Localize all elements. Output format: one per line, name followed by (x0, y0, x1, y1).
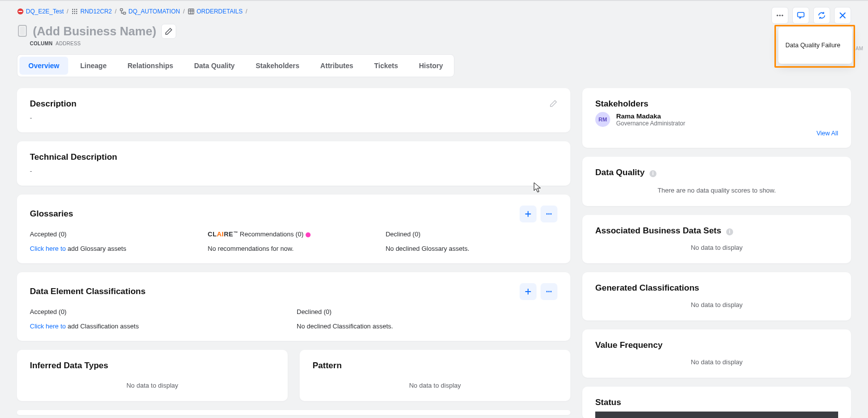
gen-class-body: No data to display (595, 297, 838, 310)
description-title: Description (30, 99, 77, 109)
schema-icon (119, 8, 126, 15)
glossary-recs-label: CLAIRE™ Recommendations (0) (208, 230, 379, 238)
comments-button[interactable] (792, 7, 809, 24)
svg-point-11 (76, 11, 77, 12)
glossary-declined-body: No declined Glossary assets. (386, 245, 557, 252)
classification-declined-label: Declined (0) (297, 308, 557, 315)
inferred-title: Inferred Data Types (30, 361, 275, 371)
assoc-sets-title: Associated Business Data Sets (595, 226, 721, 235)
tab-overview[interactable]: Overview (19, 57, 68, 75)
pattern-body: No data to display (313, 378, 557, 390)
add-glossary-link[interactable]: Click here to (30, 245, 66, 252)
stakeholders-card: Stakeholders RM Rama Madaka Governance A… (582, 88, 851, 148)
technical-description-title: Technical Description (30, 152, 117, 162)
svg-point-25 (550, 291, 552, 293)
status-title: Status (595, 398, 838, 408)
pattern-title: Pattern (313, 361, 557, 371)
breadcrumb-item-3[interactable]: ORDERDETAILS (197, 8, 242, 15)
svg-rect-17 (189, 9, 194, 14)
refresh-button[interactable] (813, 7, 830, 24)
tab-data-quality[interactable]: Data Quality (185, 57, 244, 75)
claire-brand: CLAIRE™ (208, 230, 238, 238)
data-quality-body: There are no data quality scores to show… (595, 183, 838, 195)
close-icon (838, 11, 847, 20)
breadcrumb: DQ_E2E_Test / RND12CR2 / DQ_AUTOMATION / (17, 1, 851, 19)
add-glossary-button[interactable] (520, 206, 537, 222)
breadcrumb-item-0[interactable]: DQ_E2E_Test (26, 8, 64, 15)
classification-accepted-label: Accepted (0) (30, 308, 291, 315)
info-icon[interactable]: i (650, 170, 656, 177)
edit-description-button[interactable] (549, 100, 557, 109)
classification-more-button[interactable] (541, 283, 557, 300)
tab-lineage[interactable]: Lineage (71, 57, 115, 75)
page-title: (Add Business Name) (33, 24, 156, 38)
description-card: Description - (17, 88, 570, 132)
inferred-body: No data to display (30, 378, 275, 390)
svg-point-22 (550, 213, 552, 215)
tab-strip: Overview Lineage Relationships Data Qual… (17, 54, 454, 77)
value-freq-body: No data to display (595, 354, 838, 367)
timestamp-fragment: AM (856, 46, 863, 51)
close-button[interactable] (834, 7, 851, 24)
svg-rect-16 (123, 12, 126, 14)
asset-name-value: ADDRESS (56, 41, 81, 46)
more-horizontal-icon (545, 210, 553, 218)
more-actions-button[interactable] (771, 7, 788, 24)
stakeholders-title: Stakeholders (595, 99, 838, 109)
svg-point-8 (76, 9, 77, 10)
svg-point-10 (74, 11, 75, 12)
tab-relationships[interactable]: Relationships (118, 57, 182, 75)
description-body: - (30, 114, 557, 121)
notification-text: Data Quality Failure (785, 42, 840, 49)
svg-point-13 (74, 13, 75, 14)
view-all-link[interactable]: View All (595, 130, 838, 137)
glossary-declined-label: Declined (0) (386, 230, 557, 238)
stakeholder-role: Governance Administrator (616, 120, 685, 127)
status-card: Status (582, 387, 851, 418)
tab-attributes[interactable]: Attributes (312, 57, 362, 75)
svg-rect-19 (20, 27, 24, 34)
classifications-title: Data Element Classifications (30, 287, 145, 297)
tab-stakeholders[interactable]: Stakeholders (247, 57, 309, 75)
notification-toast[interactable]: Data Quality Failure (778, 27, 852, 64)
stakeholder-row: RM Rama Madaka Governance Administrator (595, 112, 838, 127)
svg-point-14 (76, 13, 77, 14)
breadcrumb-item-2[interactable]: DQ_AUTOMATION (128, 8, 180, 15)
value-freq-title: Value Frequency (595, 340, 838, 350)
data-quality-title: Data Quality (595, 168, 645, 177)
add-classification-link[interactable]: Click here to (30, 322, 66, 330)
claire-indicator-icon (306, 232, 311, 237)
svg-point-21 (548, 213, 550, 215)
column-icon (17, 24, 28, 39)
next-card-peek (17, 410, 570, 415)
stakeholder-name: Rama Madaka (616, 112, 685, 120)
svg-point-2 (781, 14, 783, 16)
data-quality-card: Data Quality i There are no data quality… (582, 157, 851, 206)
technical-description-body: - (30, 167, 557, 175)
more-horizontal-icon (775, 11, 784, 20)
tab-tickets[interactable]: Tickets (365, 57, 407, 75)
gen-class-title: Generated Classifications (595, 283, 838, 293)
add-classification-button[interactable] (520, 283, 537, 300)
svg-rect-3 (798, 12, 804, 17)
info-icon[interactable]: i (726, 228, 733, 235)
plus-icon (524, 288, 532, 296)
svg-rect-5 (18, 11, 22, 12)
classifications-card: Data Element Classifications Ac (17, 272, 570, 341)
refresh-icon (817, 11, 826, 20)
svg-point-24 (548, 291, 550, 293)
glossaries-title: Glossaries (30, 209, 73, 219)
add-classification-rest: add Classification assets (66, 322, 139, 330)
avatar: RM (595, 112, 610, 127)
svg-point-9 (72, 11, 73, 12)
glossaries-card: Glossaries Accepted (0) (17, 195, 570, 263)
tab-history[interactable]: History (410, 57, 452, 75)
svg-point-6 (72, 9, 73, 10)
classification-declined-body: No declined Classification assets. (297, 322, 557, 330)
edit-title-button[interactable] (161, 24, 176, 39)
add-glossary-rest: add Glossary assets (66, 245, 126, 252)
technical-description-card: Technical Description - (17, 141, 570, 186)
glossary-more-button[interactable] (541, 206, 557, 222)
breadcrumb-item-1[interactable]: RND12CR2 (80, 8, 111, 15)
plus-icon (524, 210, 532, 218)
